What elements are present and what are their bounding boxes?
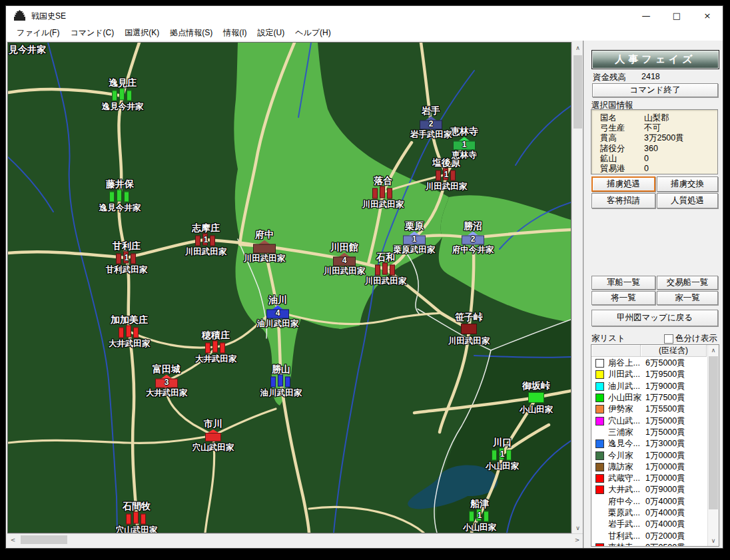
- clan-scroll-up-icon[interactable]: ∧: [708, 345, 719, 356]
- menu-item-2[interactable]: コマンド(C): [65, 25, 119, 41]
- location-flags-icon[interactable]: 1: [436, 168, 457, 181]
- end-command-button[interactable]: コマンド終了: [592, 83, 718, 97]
- map-vertical-scrollbar[interactable]: ∧ ∨: [571, 42, 583, 533]
- map-horizontal-scrollbar[interactable]: < >: [7, 533, 583, 545]
- clan-row[interactable]: 府中今...0万4000貫: [591, 496, 708, 507]
- clan-value: 1万0000貫: [645, 473, 685, 484]
- list-button-2[interactable]: 交易船一覧: [657, 276, 718, 290]
- back-to-koshu-map-button[interactable]: 甲州図マップに戻る: [591, 310, 718, 326]
- clan-color-swatch: [595, 370, 604, 379]
- location-castle-icon[interactable]: 4: [333, 252, 356, 266]
- vertical-scroll-thumb[interactable]: [573, 55, 582, 129]
- location-castle-icon[interactable]: 1: [403, 231, 426, 245]
- flag-banner: [133, 328, 139, 338]
- country-info-row: 鉱山0: [600, 154, 717, 164]
- scroll-right-icon[interactable]: >: [571, 534, 583, 545]
- menu-item-5[interactable]: 情報(I): [218, 25, 252, 41]
- menu-item-3[interactable]: 国選択(K): [119, 25, 165, 41]
- location-square-icon[interactable]: [461, 324, 477, 334]
- clan-color-swatch: [595, 394, 604, 402]
- location-flags-icon[interactable]: [112, 89, 133, 101]
- location-flags-icon[interactable]: [126, 512, 147, 525]
- location-castle-icon[interactable]: [253, 240, 276, 254]
- flag-banner: [390, 265, 395, 276]
- location-flags-icon[interactable]: [109, 190, 131, 202]
- action-button-2[interactable]: 捕虜交換: [657, 176, 718, 192]
- clan-name: 栗原武...: [608, 507, 643, 519]
- location-flags-icon[interactable]: 1: [469, 509, 490, 522]
- clan-row[interactable]: 岩手武...0万4000貫: [591, 519, 708, 530]
- location-castle-icon[interactable]: 2: [420, 116, 442, 130]
- close-button[interactable]: ×: [692, 6, 723, 25]
- minimize-button[interactable]: —: [631, 6, 661, 25]
- location-name-label: 甘利庄: [113, 241, 141, 250]
- map-viewport[interactable]: 逸見庄逸見今井家藤井保逸見今井家甘利庄1甘利武田家志摩庄1川田武田家府中川田武田…: [7, 42, 571, 533]
- clan-row[interactable]: 油川武...1万9000貫: [591, 381, 708, 392]
- location-flags-icon[interactable]: [119, 326, 140, 338]
- location-flags-icon[interactable]: [205, 341, 226, 354]
- clan-row[interactable]: 穴山武...1万5000貫: [591, 415, 708, 426]
- location-square-icon[interactable]: [528, 392, 544, 403]
- clan-value: 1万5000貫: [645, 416, 685, 427]
- clan-row[interactable]: 三浦家1万5000貫: [591, 427, 708, 438]
- location-castle-icon[interactable]: 1: [453, 137, 476, 150]
- clan-row[interactable]: 恵林寺0万0500貫: [591, 542, 708, 547]
- clan-color-swatch: [595, 474, 604, 483]
- scroll-up-icon[interactable]: ∧: [572, 42, 583, 53]
- clan-row[interactable]: 川田武...1万9500貫: [591, 369, 708, 380]
- location-name-label: 川田館: [330, 242, 358, 252]
- menu-item-4[interactable]: 拠点情報(S): [165, 25, 218, 41]
- location-flags-icon[interactable]: 1: [116, 252, 137, 264]
- action-button-1[interactable]: 捕虜処遇: [591, 176, 655, 192]
- location-flags-icon[interactable]: [270, 375, 292, 388]
- clan-name: 三浦家: [608, 427, 643, 438]
- scroll-left-icon[interactable]: <: [7, 534, 19, 545]
- list-button-1[interactable]: 軍船一覧: [591, 276, 655, 290]
- clan-row[interactable]: 扇谷上...6万5000貫: [591, 358, 708, 369]
- clan-scroll-thumb[interactable]: [709, 356, 718, 509]
- clan-row[interactable]: 大井武...0万9000貫: [591, 484, 708, 495]
- color-coding-checkbox[interactable]: [664, 334, 673, 344]
- clan-name: 扇谷上...: [608, 358, 643, 369]
- clan-row[interactable]: 逸見今...1万3000貫: [591, 438, 708, 449]
- clan-list-title: 家リスト: [591, 333, 625, 344]
- clan-list-box[interactable]: (臣従含) 扇谷上...6万5000貫川田武...1万9500貫油川武...1万…: [591, 344, 719, 547]
- location-owner-label: 川田武田家: [365, 276, 407, 286]
- scroll-down-icon[interactable]: ∨: [572, 522, 583, 533]
- location-flags-icon[interactable]: [375, 263, 396, 276]
- clan-list-scrollbar[interactable]: ∧ ∨: [707, 345, 719, 546]
- list-button-3[interactable]: 将一覧: [591, 291, 655, 305]
- clan-value: 0万4000貫: [645, 496, 685, 507]
- location-flags-icon[interactable]: [372, 186, 394, 199]
- location-castle-icon[interactable]: 3: [155, 374, 178, 388]
- location-castle-icon[interactable]: 4: [266, 305, 289, 319]
- action-button-3[interactable]: 客将招請: [591, 193, 655, 208]
- menu-item-6[interactable]: 設定(U): [252, 25, 290, 41]
- clan-row[interactable]: 甘利武...0万2000貫: [591, 530, 708, 541]
- country-info-value: 山梨郡: [644, 113, 669, 123]
- action-button-4[interactable]: 人質処遇: [657, 193, 718, 208]
- clan-row[interactable]: 栗原武...0万4000貫: [591, 507, 708, 519]
- clan-column-header-value[interactable]: (臣従含): [641, 345, 707, 357]
- flag-banner: [141, 514, 146, 525]
- clan-row[interactable]: 伊勢家1万5500貫: [591, 404, 708, 415]
- clan-row[interactable]: 武蔵守...1万0000貫: [591, 473, 708, 484]
- location-troop-count: 1: [195, 236, 216, 244]
- location-owner-label: 逸見今井家: [102, 102, 144, 111]
- menu-item-7[interactable]: ヘルプ(H): [290, 25, 336, 41]
- horizontal-scroll-thumb[interactable]: [21, 535, 67, 544]
- titlebar[interactable]: 戦国史SE — □ ×: [6, 6, 723, 25]
- menu-item-1[interactable]: ファイル(F): [11, 25, 65, 41]
- clan-row[interactable]: 今川家1万0000貫: [591, 449, 708, 461]
- clan-scroll-down-icon[interactable]: ∨: [708, 535, 719, 546]
- location-house-icon[interactable]: [204, 429, 222, 441]
- list-button-4[interactable]: 家一覧: [657, 291, 718, 305]
- location-name-label: 富田城: [153, 364, 181, 374]
- location-castle-icon[interactable]: 2: [462, 231, 484, 245]
- location-flags-icon[interactable]: 1: [492, 448, 513, 461]
- clan-row[interactable]: 諏訪家1万0000貫: [591, 461, 708, 473]
- location-flags-icon[interactable]: 1: [195, 234, 216, 246]
- maximize-button[interactable]: □: [661, 6, 692, 25]
- clan-column-header-blank[interactable]: [591, 345, 641, 357]
- clan-row[interactable]: 小山田家1万7500貫: [591, 392, 708, 404]
